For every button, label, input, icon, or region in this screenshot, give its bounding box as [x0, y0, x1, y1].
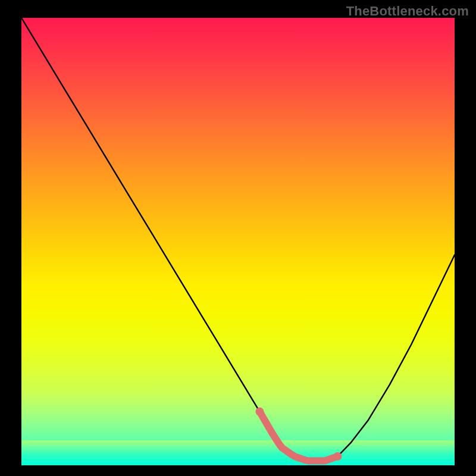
highlight-dot-left [255, 408, 264, 416]
watermark-text: TheBottleneck.com [346, 4, 469, 19]
chart-svg [21, 18, 455, 465]
bottleneck-curve [21, 18, 455, 461]
optimal-highlight-stroke [259, 412, 337, 461]
chart-container: TheBottleneck.com [0, 0, 476, 476]
highlight-dot-right [333, 452, 342, 461]
